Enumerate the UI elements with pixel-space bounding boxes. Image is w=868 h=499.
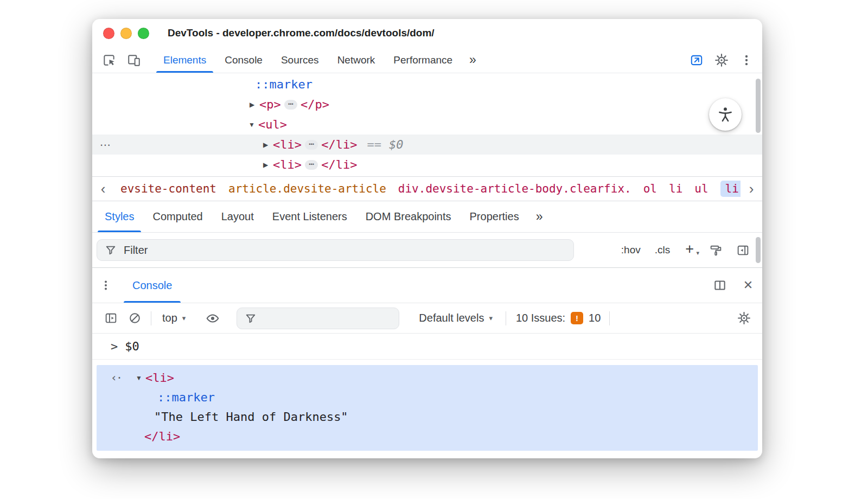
more-tabs-button[interactable]: » bbox=[462, 47, 484, 73]
dollar-zero-annotation: $0 bbox=[389, 138, 404, 151]
styles-sidebar-tabs: Styles Computed Layout Event Listeners D… bbox=[92, 201, 762, 233]
tab-event-listeners[interactable]: Event Listeners bbox=[263, 201, 356, 232]
drawer-menu-button[interactable] bbox=[92, 268, 119, 303]
breadcrumb-item[interactable]: li bbox=[669, 182, 682, 195]
result-line-text[interactable]: "The Left Hand of Darkness" bbox=[97, 407, 758, 427]
show-console-sidebar-button[interactable] bbox=[99, 308, 123, 329]
tree-line-marker[interactable]: ::marker bbox=[92, 74, 762, 94]
styles-filter-row: Filter :hov .cls +▾ bbox=[92, 233, 762, 267]
more-sidebar-tabs-button[interactable]: » bbox=[528, 201, 551, 232]
context-label: top bbox=[162, 312, 177, 324]
result-line-li-close[interactable]: </li> bbox=[97, 427, 758, 446]
window-titlebar: DevTools - developer.chrome.com/docs/dev… bbox=[92, 19, 762, 47]
inline-expand-button[interactable]: ⋯ bbox=[305, 160, 318, 170]
javascript-context-dropdown[interactable]: top ▾ bbox=[156, 312, 192, 324]
tab-properties[interactable]: Properties bbox=[461, 201, 528, 232]
inline-expand-button[interactable]: ⋯ bbox=[305, 140, 318, 150]
breadcrumb-scroll-left-button[interactable]: ‹ bbox=[92, 177, 114, 201]
tree-line-p[interactable]: ▶ <p> ⋯ </p> bbox=[92, 94, 762, 114]
tab-event-listeners-label: Event Listeners bbox=[272, 210, 347, 223]
element-classes-button[interactable]: .cls bbox=[649, 241, 676, 259]
inspect-cursor-icon bbox=[102, 53, 116, 67]
styles-filter-placeholder: Filter bbox=[124, 244, 148, 257]
maximize-window-button[interactable] bbox=[138, 28, 149, 39]
console-command-row[interactable]: > $0 bbox=[92, 334, 762, 360]
paint-roller-icon bbox=[709, 244, 723, 257]
caret-down-icon: ▾ bbox=[182, 314, 186, 322]
tree-line-li[interactable]: ▶ <li> ⋯ </li> bbox=[92, 155, 762, 175]
toggle-device-toolbar-button[interactable] bbox=[122, 47, 146, 73]
tab-sources[interactable]: Sources bbox=[272, 47, 328, 73]
elements-dom-tree: ::marker ▶ <p> ⋯ </p> ▼ <ul> ⋯ ▶ <li> ⋯ … bbox=[92, 73, 762, 176]
pseudo-element-marker[interactable]: ::marker bbox=[255, 78, 312, 91]
styles-pane-buttons: :hov .cls +▾ bbox=[616, 239, 755, 261]
tab-console[interactable]: Console bbox=[215, 47, 272, 73]
tree-line-li-selected[interactable]: ⋯ ▶ <li> ⋯ </li> == $0 bbox=[92, 135, 762, 155]
collapse-arrow-icon[interactable]: ▼ bbox=[248, 121, 258, 129]
accessibility-overlay-button[interactable] bbox=[709, 98, 742, 131]
vertical-scrollbar-thumb[interactable] bbox=[756, 237, 761, 263]
tree-line-ul[interactable]: ▼ <ul> bbox=[92, 114, 762, 135]
tab-layout[interactable]: Layout bbox=[212, 201, 263, 232]
breadcrumb-item[interactable]: ul bbox=[694, 182, 708, 195]
close-drawer-button[interactable]: ✕ bbox=[734, 268, 762, 303]
result-line-li-open[interactable]: ▼ <li> bbox=[97, 368, 758, 388]
tag-close-p: </p> bbox=[301, 98, 329, 111]
tab-dom-breakpoints[interactable]: DOM Breakpoints bbox=[356, 201, 461, 232]
expand-arrow-icon[interactable]: ▶ bbox=[263, 141, 273, 149]
console-result-selected[interactable]: ‹· ▼ <li> ::marker "The Left Hand of Dar… bbox=[97, 365, 758, 451]
tag-close-li: </li> bbox=[321, 158, 357, 171]
breadcrumb-item-selected[interactable]: li bbox=[720, 181, 741, 197]
issues-counter-button[interactable]: 10 Issues: ! 10 bbox=[513, 312, 604, 324]
console-drawer-header: Console ✕ bbox=[92, 267, 762, 303]
gear-icon bbox=[737, 311, 751, 325]
caret-down-icon: ▾ bbox=[489, 314, 493, 322]
breadcrumb-scroll-right-button[interactable]: › bbox=[741, 177, 762, 201]
result-line-marker[interactable]: ::marker bbox=[97, 388, 758, 407]
tab-console-label: Console bbox=[225, 54, 263, 66]
toggle-screencast-button[interactable] bbox=[684, 47, 709, 73]
drawer-header-actions: ✕ bbox=[706, 268, 762, 303]
tab-elements-label: Elements bbox=[163, 54, 206, 66]
expand-arrow-icon[interactable]: ▶ bbox=[250, 101, 259, 108]
inspect-element-button[interactable] bbox=[97, 47, 122, 73]
new-style-rule-button[interactable]: +▾ bbox=[679, 241, 700, 260]
breadcrumb-item[interactable]: ol bbox=[643, 182, 657, 195]
console-settings-button[interactable] bbox=[732, 308, 756, 329]
toggle-element-state-button[interactable]: :hov bbox=[616, 241, 646, 259]
styles-filter-input[interactable]: Filter bbox=[97, 239, 574, 261]
expand-arrow-icon[interactable]: ▶ bbox=[263, 161, 273, 169]
console-filter-input[interactable] bbox=[237, 308, 399, 329]
breadcrumb-item[interactable]: evsite-content bbox=[120, 182, 216, 195]
create-live-expression-button[interactable] bbox=[201, 308, 225, 329]
close-window-button[interactable] bbox=[103, 28, 114, 39]
breadcrumb-item[interactable]: div.devsite-article-body.clearfix. bbox=[398, 182, 631, 195]
drawer-tab-console[interactable]: Console bbox=[122, 268, 183, 303]
tab-elements[interactable]: Elements bbox=[154, 47, 215, 73]
vertical-scrollbar-thumb[interactable] bbox=[756, 79, 761, 133]
issues-count: 10 bbox=[589, 312, 601, 324]
close-icon: ✕ bbox=[743, 278, 753, 292]
tab-computed[interactable]: Computed bbox=[143, 201, 212, 232]
breadcrumb-item[interactable]: article.devsite-article bbox=[228, 182, 386, 195]
issues-warning-icon: ! bbox=[571, 312, 583, 324]
rendering-emulation-button[interactable] bbox=[704, 239, 727, 261]
toggle-computed-sidebar-button[interactable] bbox=[731, 239, 755, 261]
log-levels-dropdown[interactable]: Default levels ▾ bbox=[412, 312, 499, 324]
tab-sources-label: Sources bbox=[281, 54, 319, 66]
tag-open-p: <p> bbox=[259, 98, 281, 111]
clear-console-button[interactable] bbox=[123, 308, 146, 329]
tab-network[interactable]: Network bbox=[328, 47, 385, 73]
tab-performance[interactable]: Performance bbox=[384, 47, 462, 73]
settings-button[interactable] bbox=[709, 47, 734, 73]
tab-network-label: Network bbox=[337, 54, 375, 66]
tab-styles[interactable]: Styles bbox=[95, 201, 143, 232]
dock-side-button[interactable] bbox=[706, 268, 734, 303]
inline-expand-button[interactable]: ⋯ bbox=[284, 100, 297, 110]
row-actions-button[interactable]: ⋯ bbox=[100, 135, 111, 155]
devtools-menu-button[interactable] bbox=[734, 47, 759, 73]
equals-sign: == bbox=[367, 138, 381, 151]
minimize-window-button[interactable] bbox=[120, 28, 132, 39]
collapse-arrow-icon[interactable]: ▼ bbox=[136, 368, 145, 388]
console-prompt-icon: > bbox=[111, 340, 118, 353]
